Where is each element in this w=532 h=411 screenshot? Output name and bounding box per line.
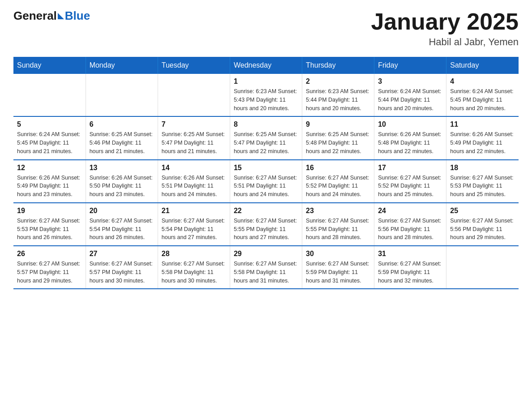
month-year-title: January 2025	[371, 9, 519, 34]
day-number: 27	[90, 250, 154, 258]
day-info: Sunrise: 6:27 AM Sunset: 5:53 PM Dayligh…	[17, 217, 82, 242]
calendar-cell: 23Sunrise: 6:27 AM Sunset: 5:55 PM Dayli…	[302, 203, 374, 246]
calendar-cell: 16Sunrise: 6:27 AM Sunset: 5:52 PM Dayli…	[302, 160, 374, 203]
day-info: Sunrise: 6:24 AM Sunset: 5:44 PM Dayligh…	[378, 87, 442, 112]
day-number: 22	[234, 207, 298, 215]
day-number: 5	[17, 120, 82, 128]
day-info: Sunrise: 6:26 AM Sunset: 5:49 PM Dayligh…	[450, 130, 515, 155]
day-info: Sunrise: 6:27 AM Sunset: 5:52 PM Dayligh…	[378, 174, 442, 199]
day-number: 19	[17, 207, 82, 215]
day-info: Sunrise: 6:27 AM Sunset: 5:59 PM Dayligh…	[306, 260, 370, 285]
calendar-cell: 25Sunrise: 6:27 AM Sunset: 5:56 PM Dayli…	[446, 203, 519, 246]
calendar-cell: 2Sunrise: 6:23 AM Sunset: 5:44 PM Daylig…	[302, 74, 374, 116]
day-info: Sunrise: 6:24 AM Sunset: 5:45 PM Dayligh…	[450, 87, 515, 112]
day-number: 24	[378, 207, 442, 215]
day-number: 3	[378, 77, 442, 86]
header-friday: Friday	[374, 57, 446, 74]
calendar-cell: 1Sunrise: 6:23 AM Sunset: 5:43 PM Daylig…	[230, 74, 302, 116]
day-number: 20	[90, 207, 154, 215]
day-info: Sunrise: 6:27 AM Sunset: 5:53 PM Dayligh…	[450, 174, 515, 199]
day-info: Sunrise: 6:27 AM Sunset: 5:54 PM Dayligh…	[90, 217, 154, 242]
calendar-cell	[86, 74, 158, 116]
day-info: Sunrise: 6:27 AM Sunset: 5:54 PM Dayligh…	[162, 217, 226, 242]
day-number: 26	[17, 250, 82, 258]
header-saturday: Saturday	[446, 57, 519, 74]
calendar-cell: 26Sunrise: 6:27 AM Sunset: 5:57 PM Dayli…	[13, 246, 86, 289]
day-info: Sunrise: 6:27 AM Sunset: 5:57 PM Dayligh…	[90, 260, 154, 285]
calendar-header-row: SundayMondayTuesdayWednesdayThursdayFrid…	[13, 57, 519, 74]
calendar-week-4: 19Sunrise: 6:27 AM Sunset: 5:53 PM Dayli…	[13, 203, 519, 246]
logo-text: General Blue	[13, 9, 90, 23]
day-number: 6	[90, 120, 154, 128]
day-info: Sunrise: 6:26 AM Sunset: 5:50 PM Dayligh…	[90, 174, 154, 199]
day-info: Sunrise: 6:25 AM Sunset: 5:46 PM Dayligh…	[90, 130, 154, 155]
day-info: Sunrise: 6:27 AM Sunset: 5:59 PM Dayligh…	[378, 260, 442, 285]
header-monday: Monday	[86, 57, 158, 74]
day-number: 4	[450, 77, 515, 86]
location-subtitle: Habil al Jabr, Yemen	[371, 36, 519, 48]
calendar-cell: 10Sunrise: 6:26 AM Sunset: 5:48 PM Dayli…	[374, 116, 446, 159]
day-number: 15	[234, 164, 298, 172]
calendar-cell: 3Sunrise: 6:24 AM Sunset: 5:44 PM Daylig…	[374, 74, 446, 116]
calendar-cell: 30Sunrise: 6:27 AM Sunset: 5:59 PM Dayli…	[302, 246, 374, 289]
day-number: 10	[378, 120, 442, 128]
day-info: Sunrise: 6:23 AM Sunset: 5:44 PM Dayligh…	[306, 87, 370, 112]
day-number: 14	[162, 164, 226, 172]
calendar-cell: 9Sunrise: 6:25 AM Sunset: 5:48 PM Daylig…	[302, 116, 374, 159]
day-number: 12	[17, 164, 82, 172]
day-number: 11	[450, 120, 515, 128]
calendar-cell: 17Sunrise: 6:27 AM Sunset: 5:52 PM Dayli…	[374, 160, 446, 203]
calendar-cell: 28Sunrise: 6:27 AM Sunset: 5:58 PM Dayli…	[158, 246, 230, 289]
day-info: Sunrise: 6:27 AM Sunset: 5:58 PM Dayligh…	[162, 260, 226, 285]
day-number: 25	[450, 207, 515, 215]
day-info: Sunrise: 6:27 AM Sunset: 5:56 PM Dayligh…	[450, 217, 515, 242]
day-info: Sunrise: 6:24 AM Sunset: 5:45 PM Dayligh…	[17, 130, 82, 155]
day-info: Sunrise: 6:23 AM Sunset: 5:43 PM Dayligh…	[234, 87, 298, 112]
calendar-cell: 31Sunrise: 6:27 AM Sunset: 5:59 PM Dayli…	[374, 246, 446, 289]
calendar-cell: 22Sunrise: 6:27 AM Sunset: 5:55 PM Dayli…	[230, 203, 302, 246]
day-number: 8	[234, 120, 298, 128]
day-info: Sunrise: 6:26 AM Sunset: 5:49 PM Dayligh…	[17, 174, 82, 199]
calendar-cell: 24Sunrise: 6:27 AM Sunset: 5:56 PM Dayli…	[374, 203, 446, 246]
calendar-cell: 4Sunrise: 6:24 AM Sunset: 5:45 PM Daylig…	[446, 74, 519, 116]
calendar-week-1: 1Sunrise: 6:23 AM Sunset: 5:43 PM Daylig…	[13, 74, 519, 116]
logo-arrow-icon	[58, 13, 64, 19]
day-info: Sunrise: 6:27 AM Sunset: 5:57 PM Dayligh…	[17, 260, 82, 285]
calendar-cell	[13, 74, 86, 116]
calendar-cell: 8Sunrise: 6:25 AM Sunset: 5:47 PM Daylig…	[230, 116, 302, 159]
calendar-cell: 15Sunrise: 6:27 AM Sunset: 5:51 PM Dayli…	[230, 160, 302, 203]
day-number: 30	[306, 250, 370, 258]
calendar-cell: 18Sunrise: 6:27 AM Sunset: 5:53 PM Dayli…	[446, 160, 519, 203]
calendar-cell	[158, 74, 230, 116]
logo-blue: Blue	[65, 9, 90, 23]
calendar-cell: 5Sunrise: 6:24 AM Sunset: 5:45 PM Daylig…	[13, 116, 86, 159]
header-sunday: Sunday	[13, 57, 86, 74]
day-number: 28	[162, 250, 226, 258]
day-number: 29	[234, 250, 298, 258]
day-number: 16	[306, 164, 370, 172]
calendar-cell: 6Sunrise: 6:25 AM Sunset: 5:46 PM Daylig…	[86, 116, 158, 159]
day-number: 9	[306, 120, 370, 128]
title-section: January 2025 Habil al Jabr, Yemen	[371, 9, 519, 48]
calendar-cell: 20Sunrise: 6:27 AM Sunset: 5:54 PM Dayli…	[86, 203, 158, 246]
calendar-cell	[446, 246, 519, 289]
day-number: 31	[378, 250, 442, 258]
day-number: 2	[306, 77, 370, 86]
calendar-cell: 27Sunrise: 6:27 AM Sunset: 5:57 PM Dayli…	[86, 246, 158, 289]
calendar-cell: 7Sunrise: 6:25 AM Sunset: 5:47 PM Daylig…	[158, 116, 230, 159]
logo: General Blue	[13, 9, 90, 23]
day-info: Sunrise: 6:25 AM Sunset: 5:47 PM Dayligh…	[234, 130, 298, 155]
day-number: 1	[234, 77, 298, 86]
calendar-cell: 19Sunrise: 6:27 AM Sunset: 5:53 PM Dayli…	[13, 203, 86, 246]
logo-general: General	[13, 9, 57, 23]
day-info: Sunrise: 6:26 AM Sunset: 5:48 PM Dayligh…	[378, 130, 442, 155]
day-number: 13	[90, 164, 154, 172]
header-wednesday: Wednesday	[230, 57, 302, 74]
day-number: 23	[306, 207, 370, 215]
page-header: General Blue January 2025 Habil al Jabr,…	[13, 9, 519, 48]
day-info: Sunrise: 6:25 AM Sunset: 5:48 PM Dayligh…	[306, 130, 370, 155]
day-number: 7	[162, 120, 226, 128]
day-info: Sunrise: 6:25 AM Sunset: 5:47 PM Dayligh…	[162, 130, 226, 155]
calendar-table: SundayMondayTuesdayWednesdayThursdayFrid…	[13, 57, 519, 289]
day-number: 21	[162, 207, 226, 215]
